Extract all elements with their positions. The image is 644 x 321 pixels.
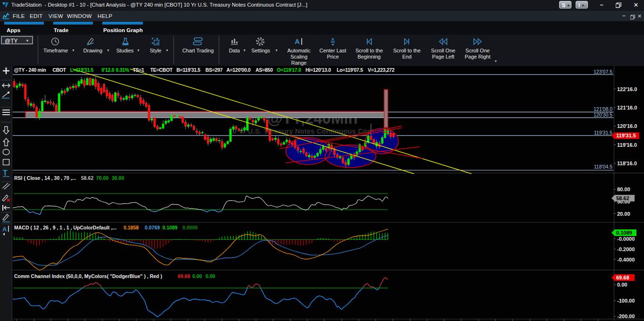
svg-text:119'31.5: 119'31.5	[594, 130, 612, 135]
svg-text:-100.00: -100.00	[617, 298, 635, 304]
svg-text:122'16.0: 122'16.0	[617, 86, 637, 92]
svg-text:A: A	[295, 37, 300, 45]
svg-text:-0.4000: -0.4000	[617, 257, 635, 262]
svg-text:-0.0000: -0.0000	[617, 236, 635, 242]
svg-text:123'07.5: 123'07.5	[594, 69, 612, 75]
svg-text:Comm Channel Index (50,0,0, My: Comm Channel Index (50,0,0, MyColors( "D…	[14, 273, 215, 279]
svg-text:MACD ( 12 , 26 , 9 , 1 , 1 , U: MACD ( 12 , 26 , 9 , 1 , 1 , UpColorDefa…	[14, 225, 198, 230]
svg-text:T: T	[3, 169, 8, 177]
svg-text:119'31.5: 119'31.5	[616, 133, 636, 138]
svg-text:118'04.5: 118'04.5	[594, 164, 612, 169]
svg-text:80.00: 80.00	[617, 186, 630, 192]
svg-text:121'16.0: 121'16.0	[617, 105, 637, 110]
svg-text:A: A	[2, 226, 7, 233]
svg-text:119'16.0: 119'16.0	[617, 142, 637, 148]
svg-text:120'30.5: 120'30.5	[594, 112, 612, 118]
svg-text:69.68: 69.68	[616, 275, 629, 280]
svg-text:RSI ( Close , 14 , 30 , 70 ,..: RSI ( Close , 14 , 30 , 70 ,...58.6270.0…	[14, 175, 124, 181]
svg-text:-0.2000: -0.2000	[617, 246, 635, 252]
svg-text:118'16.0: 118'16.0	[617, 160, 637, 166]
svg-text:58.62: 58.62	[616, 195, 629, 201]
svg-text:0.00: 0.00	[617, 282, 627, 287]
svg-text:0.1089: 0.1089	[616, 230, 632, 236]
svg-text:121'08.0: 121'08.0	[594, 106, 612, 112]
svg-text:120'16.0: 120'16.0	[617, 123, 637, 129]
svg-text:20.00: 20.00	[617, 211, 630, 217]
svg-text:-200.00: -200.00	[617, 313, 635, 319]
